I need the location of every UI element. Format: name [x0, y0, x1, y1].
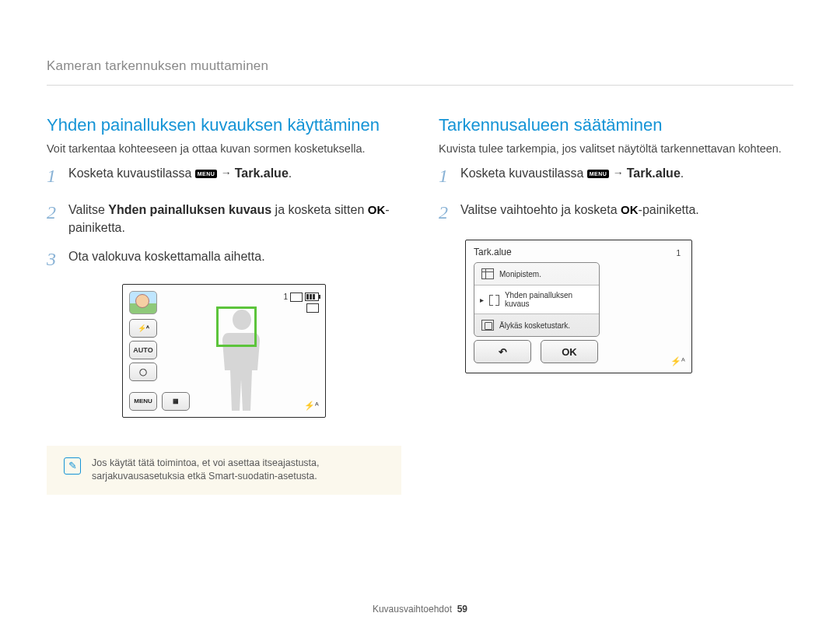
- right-heading: Tarkennusalueen säätäminen: [439, 115, 793, 135]
- info-icon: ✎: [64, 457, 81, 475]
- menu-title: Tark.alue: [474, 247, 512, 257]
- bracket-icon: [489, 295, 499, 304]
- camera-preview-screen: ⚡ᴬ AUTO ◯ MENU ▦ 1 ⚡ᴬ: [122, 284, 326, 418]
- step-number: 3: [47, 246, 68, 273]
- left-column: Yhden painalluksen kuvauksen käyttäminen…: [47, 115, 401, 495]
- right-step-2: 2 Valitse vaihtoehto ja kosketa OK-paini…: [439, 201, 793, 226]
- page-footer: Kuvausvaihtoehdot 59: [0, 604, 840, 615]
- ok-icon: OK: [621, 201, 639, 219]
- breadcrumb: Kameran tarkennuksen muuttaminen: [47, 58, 793, 86]
- battery-icon: [305, 292, 319, 301]
- flash-auto-indicator: ⚡ᴬ: [670, 356, 685, 366]
- flash-mode-button[interactable]: ⚡ᴬ: [129, 319, 157, 338]
- right-intro: Kuvista tulee tarkempia, jos valitset nä…: [439, 142, 793, 156]
- note-text: Jos käytät tätä toimintoa, et voi asetta…: [92, 457, 384, 484]
- focus-indicator: [216, 306, 257, 347]
- step-number: 1: [439, 163, 460, 190]
- touch-icon: [481, 320, 494, 331]
- status-icons: 1: [283, 291, 319, 313]
- step-number: 2: [47, 199, 68, 226]
- chevron-right-icon: ▸: [480, 296, 484, 304]
- left-step-2: 2 Valitse Yhden painalluksen kuvaus ja k…: [47, 201, 401, 236]
- resolution-icon: [306, 303, 319, 313]
- storage-icon: [290, 292, 303, 302]
- focus-mode-button[interactable]: AUTO: [129, 341, 157, 359]
- menu-button[interactable]: MENU: [129, 392, 157, 411]
- option-smart-touch[interactable]: Älykäs kosketustark.: [474, 314, 599, 336]
- step-number: 2: [439, 199, 460, 226]
- timer-button[interactable]: ◯: [129, 363, 157, 381]
- grid-icon: [481, 268, 494, 279]
- menu-icon: MENU: [195, 170, 218, 178]
- left-heading: Yhden painalluksen kuvauksen käyttäminen: [47, 115, 401, 135]
- flash-auto-indicator: ⚡ᴬ: [304, 401, 319, 411]
- arrow-icon: →: [221, 166, 235, 179]
- status-icons: 1: [676, 247, 685, 260]
- step-number: 1: [47, 163, 68, 190]
- back-button[interactable]: ↶: [474, 340, 531, 363]
- option-one-touch[interactable]: ▸ Yhden painalluksen kuvaus: [474, 285, 599, 314]
- left-step-1: 1 Kosketa kuvaustilassa MENU → Tark.alue…: [47, 164, 401, 190]
- left-step-3: 3 Ota valokuva koskettamalla aihetta.: [47, 247, 401, 273]
- right-column: Tarkennusalueen säätäminen Kuvista tulee…: [439, 115, 793, 495]
- menu-icon: MENU: [587, 170, 610, 178]
- scene-thumbnail-icon[interactable]: [129, 291, 157, 314]
- camera-menu-screen: Tark.alue Monipistem. ▸ Yhden painalluks…: [465, 240, 692, 373]
- left-intro: Voit tarkentaa kohteeseen ja ottaa kuvan…: [47, 142, 401, 156]
- focus-area-options: Monipistem. ▸ Yhden painalluksen kuvaus …: [474, 262, 600, 337]
- note-box: ✎ Jos käytät tätä toimintoa, et voi aset…: [47, 446, 401, 495]
- right-step-1: 1 Kosketa kuvaustilassa MENU → Tark.alue…: [439, 164, 793, 190]
- ok-button[interactable]: OK: [541, 340, 598, 363]
- ok-icon: OK: [368, 201, 386, 219]
- option-multi-af[interactable]: Monipistem.: [474, 263, 599, 285]
- arrow-icon: →: [613, 166, 627, 179]
- gallery-button[interactable]: ▦: [162, 392, 190, 411]
